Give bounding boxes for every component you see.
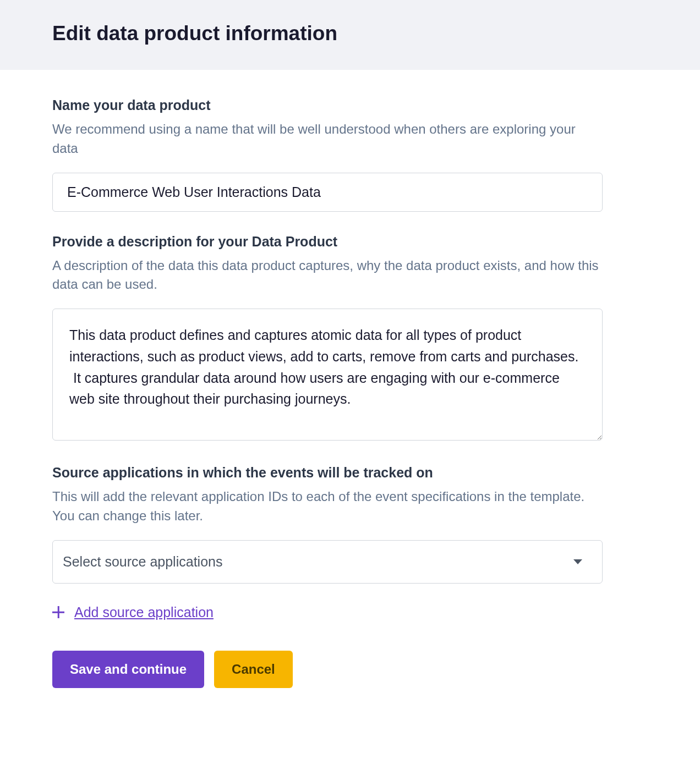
page-title: Edit data product information	[52, 22, 700, 45]
description-help: A description of the data this data prod…	[52, 256, 603, 295]
cancel-button[interactable]: Cancel	[214, 651, 293, 688]
source-applications-select[interactable]: Select source applications	[52, 540, 603, 584]
source-select-placeholder: Select source applications	[63, 554, 222, 570]
source-help: This will add the relevant application I…	[52, 487, 603, 526]
source-field-group: Source applications in which the events …	[52, 465, 603, 620]
add-source-application-link[interactable]: Add source application	[74, 604, 214, 620]
caret-down-icon	[573, 559, 582, 564]
plus-icon	[52, 606, 64, 618]
name-input[interactable]	[52, 173, 603, 212]
description-textarea[interactable]	[52, 309, 603, 441]
description-label: Provide a description for your Data Prod…	[52, 234, 603, 250]
name-field-group: Name your data product We recommend usin…	[52, 97, 603, 212]
description-field-group: Provide a description for your Data Prod…	[52, 234, 603, 443]
save-and-continue-button[interactable]: Save and continue	[52, 651, 204, 688]
name-help: We recommend using a name that will be w…	[52, 120, 603, 158]
source-label: Source applications in which the events …	[52, 465, 603, 481]
page-header: Edit data product information	[0, 0, 700, 70]
name-label: Name your data product	[52, 97, 603, 113]
form-content: Name your data product We recommend usin…	[0, 70, 655, 716]
action-buttons: Save and continue Cancel	[52, 651, 603, 688]
add-source-row[interactable]: Add source application	[52, 604, 603, 620]
